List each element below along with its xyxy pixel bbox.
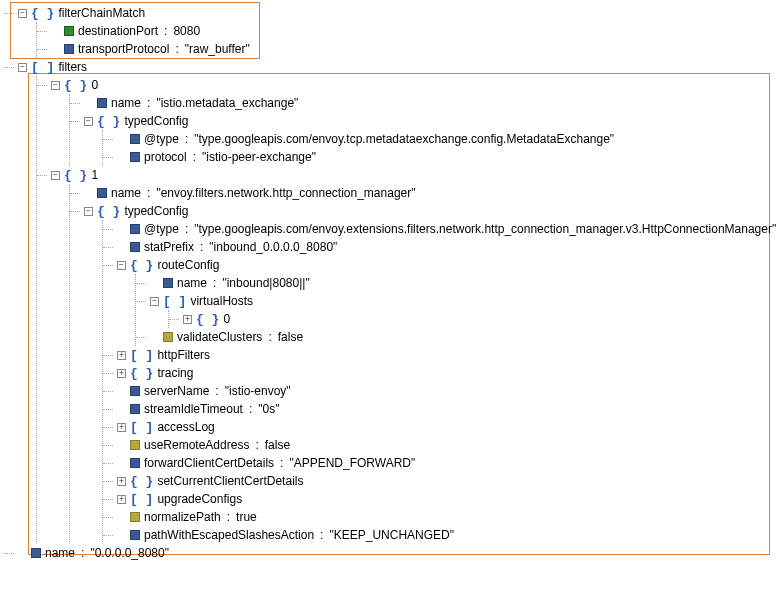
node-label: accessLog — [157, 420, 214, 434]
separator: : — [200, 240, 203, 254]
leaf-protocol-0[interactable]: protocol : "istio-peer-exchange" — [117, 148, 772, 166]
leaf-key: destinationPort — [78, 24, 158, 38]
node-label: 0 — [91, 78, 98, 92]
node-typedconfig-1[interactable]: − { } typedConfig — [84, 202, 772, 220]
string-icon — [130, 530, 140, 540]
leaf-value: "istio.metadata_exchange" — [156, 96, 298, 110]
node-label: filters — [58, 60, 87, 74]
string-icon — [31, 548, 41, 558]
array-icon: [ ] — [130, 492, 153, 507]
node-filters-0[interactable]: − { } 0 — [51, 76, 772, 94]
collapse-icon[interactable]: − — [18, 63, 27, 72]
separator: : — [255, 438, 258, 452]
collapse-icon[interactable]: − — [51, 171, 60, 180]
string-icon — [64, 44, 74, 54]
node-setcurrentclientcertdetails[interactable]: + { } setCurrentClientCertDetails — [117, 472, 772, 490]
leaf-value: "KEEP_UNCHANGED" — [329, 528, 454, 542]
collapse-icon[interactable]: − — [150, 297, 159, 306]
leaf-key: statPrefix — [144, 240, 194, 254]
collapse-icon[interactable]: − — [84, 207, 93, 216]
leaf-transportprotocol[interactable]: transportProtocol : "raw_buffer" — [51, 40, 772, 58]
node-httpfilters[interactable]: + [ ] httpFilters — [117, 346, 772, 364]
separator: : — [175, 42, 178, 56]
leaf-useremoteaddress[interactable]: useRemoteAddress: false — [117, 436, 772, 454]
bool-icon — [130, 512, 140, 522]
bool-icon — [163, 332, 173, 342]
string-icon — [130, 224, 140, 234]
leaf-value: false — [265, 438, 290, 452]
expand-icon[interactable]: + — [117, 495, 126, 504]
string-icon — [130, 458, 140, 468]
node-filterchainmatch[interactable]: − { } filterChainMatch — [18, 4, 772, 22]
leaf-key: useRemoteAddress — [144, 438, 249, 452]
leaf-destinationport[interactable]: destinationPort : 8080 — [51, 22, 772, 40]
object-icon: { } — [130, 258, 153, 273]
leaf-key: name — [111, 186, 141, 200]
object-icon: { } — [64, 168, 87, 183]
leaf-attype-0[interactable]: @type : "type.googleapis.com/envoy.tcp.m… — [117, 130, 772, 148]
node-label: routeConfig — [157, 258, 219, 272]
leaf-key: pathWithEscapedSlashesAction — [144, 528, 314, 542]
object-icon: { } — [196, 312, 219, 327]
node-typedconfig-0[interactable]: − { } typedConfig — [84, 112, 772, 130]
node-label: virtualHosts — [190, 294, 253, 308]
node-label: typedConfig — [124, 114, 188, 128]
leaf-value: "type.googleapis.com/envoy.extensions.fi… — [194, 222, 776, 236]
leaf-root-name[interactable]: name : "0.0.0.0_8080" — [18, 544, 772, 562]
leaf-forwardclientcertdetails[interactable]: forwardClientCertDetails: "APPEND_FORWAR… — [117, 454, 772, 472]
node-filters[interactable]: − [ ] filters — [18, 58, 772, 76]
collapse-icon[interactable]: − — [18, 9, 27, 18]
node-upgradeconfigs[interactable]: + [ ] upgradeConfigs — [117, 490, 772, 508]
expand-icon[interactable]: + — [117, 477, 126, 486]
leaf-validateclusters[interactable]: validateClusters: false — [150, 328, 772, 346]
leaf-name-1[interactable]: name : "envoy.filters.network.http_conne… — [84, 184, 772, 202]
node-routeconfig[interactable]: − { } routeConfig — [117, 256, 772, 274]
separator: : — [215, 384, 218, 398]
leaf-key: name — [111, 96, 141, 110]
node-filters-1[interactable]: − { } 1 — [51, 166, 772, 184]
leaf-servername[interactable]: serverName: "istio-envoy" — [117, 382, 772, 400]
leaf-key: normalizePath — [144, 510, 221, 524]
leaf-attype-1[interactable]: @type: "type.googleapis.com/envoy.extens… — [117, 220, 772, 238]
collapse-icon[interactable]: − — [51, 81, 60, 90]
leaf-key: transportProtocol — [78, 42, 169, 56]
collapse-icon[interactable]: − — [84, 117, 93, 126]
leaf-statprefix[interactable]: statPrefix: "inbound_0.0.0.0_8080" — [117, 238, 772, 256]
string-icon — [130, 134, 140, 144]
separator: : — [213, 276, 216, 290]
leaf-pathwithescapedslashesaction[interactable]: pathWithEscapedSlashesAction: "KEEP_UNCH… — [117, 526, 772, 544]
node-label: upgradeConfigs — [157, 492, 242, 506]
leaf-value: "raw_buffer" — [185, 42, 250, 56]
expand-icon[interactable]: + — [117, 369, 126, 378]
string-icon — [163, 278, 173, 288]
separator: : — [185, 132, 188, 146]
leaf-streamidletimeout[interactable]: streamIdleTimeout: "0s" — [117, 400, 772, 418]
node-label: 1 — [91, 168, 98, 182]
node-tracing[interactable]: + { } tracing — [117, 364, 772, 382]
node-label: typedConfig — [124, 204, 188, 218]
node-virtualhosts[interactable]: − [ ] virtualHosts — [150, 292, 772, 310]
expand-icon[interactable]: + — [117, 423, 126, 432]
node-label: 0 — [223, 312, 230, 326]
node-label: setCurrentClientCertDetails — [157, 474, 303, 488]
object-icon: { } — [130, 474, 153, 489]
node-virtualhosts-0[interactable]: + { } 0 — [183, 310, 772, 328]
leaf-key: protocol — [144, 150, 187, 164]
leaf-value: "0s" — [258, 402, 279, 416]
leaf-value: "istio-peer-exchange" — [202, 150, 316, 164]
json-tree: − { } filterChainMatch destinationPort :… — [4, 4, 772, 562]
expand-icon[interactable]: + — [183, 315, 192, 324]
separator: : — [249, 402, 252, 416]
node-accesslog[interactable]: + [ ] accessLog — [117, 418, 772, 436]
node-label: httpFilters — [157, 348, 210, 362]
collapse-icon[interactable]: − — [117, 261, 126, 270]
leaf-name-0[interactable]: name : "istio.metadata_exchange" — [84, 94, 772, 112]
separator: : — [164, 24, 167, 38]
leaf-key: validateClusters — [177, 330, 262, 344]
separator: : — [185, 222, 188, 236]
expand-icon[interactable]: + — [117, 351, 126, 360]
leaf-normalizepath[interactable]: normalizePath: true — [117, 508, 772, 526]
leaf-routeconfig-name[interactable]: name: "inbound|8080||" — [150, 274, 772, 292]
leaf-value: "APPEND_FORWARD" — [289, 456, 415, 470]
separator: : — [320, 528, 323, 542]
